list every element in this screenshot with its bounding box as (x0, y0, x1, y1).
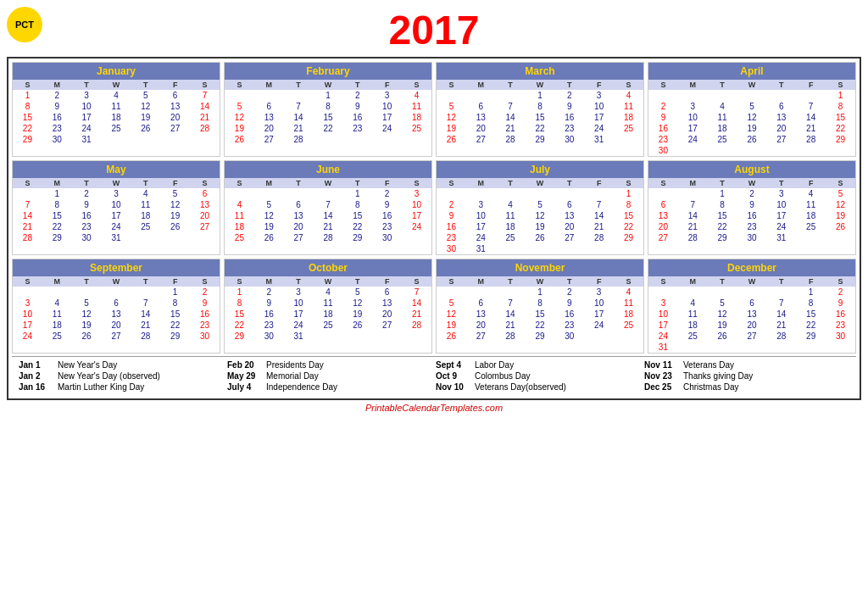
calendar-day: 14 (796, 112, 826, 123)
day-header: T (342, 276, 372, 287)
calendar-day: 26 (737, 134, 767, 145)
holiday-name: Veterans Day (683, 360, 734, 370)
calendar-day (766, 342, 796, 353)
day-header: F (796, 80, 826, 90)
calendar-day (190, 232, 220, 243)
calendar-day: 16 (826, 309, 855, 320)
calendar-day: 16 (190, 309, 220, 320)
day-header: T (554, 80, 584, 90)
calendar-day: 28 (584, 232, 614, 243)
calendar-day: 26 (254, 232, 284, 243)
calendar-day (737, 342, 767, 353)
calendar-day: 21 (584, 221, 614, 232)
calendar-day: 29 (614, 232, 643, 243)
calendar-day: 12 (160, 199, 190, 210)
month-table-december: SMTWTFS123456789101112131415161718192021… (648, 276, 855, 353)
holiday-item: Nov 11Veterans Day (644, 360, 849, 370)
calendar-day: 21 (314, 221, 343, 232)
calendar-day: 11 (314, 298, 343, 309)
day-header: M (466, 80, 496, 90)
calendar-day (13, 287, 42, 298)
calendar-day (678, 188, 708, 199)
calendar-day: 27 (737, 331, 767, 342)
month-may: MaySMTWTFS123456789101112131415161718192… (12, 160, 220, 255)
month-header-april: April (648, 63, 855, 80)
calendar-day: 9 (554, 298, 584, 309)
calendar-day: 6 (160, 90, 190, 101)
day-header: T (284, 80, 314, 90)
calendar-day (496, 90, 526, 101)
calendar-day: 12 (254, 210, 284, 221)
day-header: S (614, 80, 643, 90)
holiday-date: Jan 2 (19, 371, 53, 381)
calendar-day: 5 (131, 90, 160, 101)
calendar-day: 19 (526, 221, 555, 232)
calendar-day: 18 (496, 221, 526, 232)
calendar-day: 5 (72, 298, 102, 309)
calendar-day: 9 (826, 298, 855, 309)
months-grid: JanuarySMTWTFS12345678910111213141516171… (12, 62, 856, 354)
calendar-day (314, 134, 343, 145)
calendar-day: 19 (437, 320, 466, 331)
month-header-february: February (225, 63, 431, 80)
day-header: F (372, 276, 402, 287)
calendar-day: 16 (254, 309, 284, 320)
holiday-name: Presidents Day (266, 360, 324, 370)
calendar-day: 3 (766, 188, 796, 199)
day-header: W (102, 178, 131, 188)
calendar-day: 2 (437, 199, 466, 210)
calendar-day: 20 (372, 309, 402, 320)
calendar-day: 3 (584, 287, 614, 298)
calendar-day: 29 (42, 232, 72, 243)
calendar-day: 22 (526, 123, 555, 134)
calendar-day: 21 (402, 309, 431, 320)
calendar-day: 20 (466, 320, 496, 331)
calendar-day: 3 (678, 101, 708, 112)
calendar-day: 14 (131, 309, 160, 320)
calendar-day: 6 (102, 298, 131, 309)
calendar-day: 1 (708, 188, 737, 199)
calendar-day (72, 287, 102, 298)
month-table-july: SMTWTFS123456789101112131415161718192021… (437, 178, 643, 254)
holidays-section: Jan 1New Year's DayJan 2New Year's Day (… (12, 356, 856, 395)
calendar-day: 15 (614, 210, 643, 221)
day-header: W (102, 276, 131, 287)
calendar-day: 27 (190, 221, 220, 232)
calendar-day: 1 (826, 90, 855, 101)
holiday-item: Nov 23Thanks giving Day (644, 371, 849, 381)
calendar-day: 6 (466, 101, 496, 112)
calendar-day: 12 (225, 112, 254, 123)
calendar-day: 25 (102, 123, 131, 134)
calendar-day: 16 (42, 112, 72, 123)
calendar-day: 13 (102, 309, 131, 320)
calendar-day: 24 (72, 123, 102, 134)
calendar-day: 23 (648, 134, 678, 145)
calendar-day: 15 (826, 112, 855, 123)
calendar-day: 8 (526, 101, 555, 112)
day-header: S (648, 178, 678, 188)
day-header: S (402, 276, 431, 287)
calendar-day: 11 (496, 210, 526, 221)
calendar-day: 22 (614, 221, 643, 232)
calendar-day: 7 (284, 101, 314, 112)
calendar-day: 23 (42, 123, 72, 134)
calendar-day: 10 (584, 298, 614, 309)
calendar-day: 8 (42, 199, 72, 210)
calendar-day: 18 (131, 210, 160, 221)
day-header: T (708, 80, 737, 90)
calendar-day: 2 (42, 90, 72, 101)
calendar-day: 28 (496, 134, 526, 145)
calendar-day: 22 (13, 123, 42, 134)
calendar-day: 25 (225, 232, 254, 243)
day-header: T (554, 276, 584, 287)
calendar-day: 12 (526, 210, 555, 221)
calendar-day (13, 188, 42, 199)
calendar-day (190, 134, 220, 145)
calendar-day: 10 (648, 309, 678, 320)
calendar-day (708, 287, 737, 298)
holiday-item: Sept 4Labor Day (436, 360, 641, 370)
calendar-day: 2 (554, 90, 584, 101)
holiday-date: Nov 11 (644, 360, 678, 370)
calendar-day: 7 (584, 199, 614, 210)
calendar-day (584, 243, 614, 254)
